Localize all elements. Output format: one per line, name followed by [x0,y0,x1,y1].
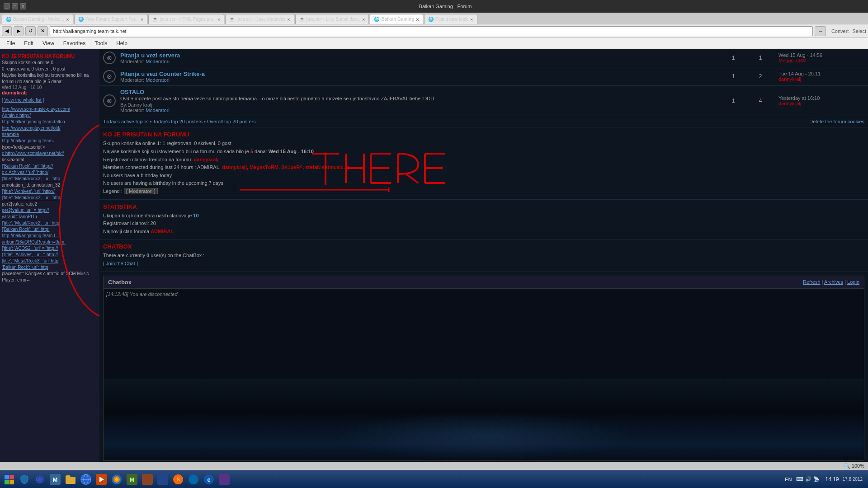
tab-6[interactable]: 🌐 Post a new topic × [424,14,477,24]
forum-last-user-0[interactable]: MegasToRM [778,58,864,63]
sidebar-link-0[interactable]: http://www.scm-music-player.com/ [2,106,98,113]
taskbar-icon-folder[interactable] [63,472,78,487]
footer-delete-cookies[interactable]: Delete the forum cookies [809,119,864,124]
sidebar-link-4[interactable]: #sample [2,131,98,138]
forum-last-user-1[interactable]: dannykralj [778,76,864,82]
taskbar-icon-audio[interactable] [33,472,47,487]
forum-info-0: Pitanja u vezi servera Moderator: Modera… [120,52,720,64]
sidebar-link-19[interactable]: ['Balkan Rock'; 'url' http: [2,226,98,233]
tab-3[interactable]: ☕ java scr - Java Madness × [225,14,294,24]
tray-network-icon[interactable]: 📡 [813,476,820,482]
sidebar-link-17[interactable]: yara.id=TanoPU ) [2,214,98,220]
tab-0[interactable]: 🌐 Balkan Gaming - Welco... × [2,14,73,24]
taskbar-icon-app2[interactable]: M [125,472,139,487]
sidebar-link-24[interactable]: [title': 'Metal/Rock3', 'url' http [2,258,98,264]
sidebar-link-12: annotation_id: annotation_32 [2,183,60,188]
sidebar-link-13[interactable]: ['title': 'Achives', 'url' 'http:// [2,188,98,195]
forum-moderator-link-2[interactable]: Moderatori [146,108,170,113]
tab-close-1[interactable]: × [141,17,143,22]
sidebar-link-6: type='text/javascript'> [2,145,45,150]
chatbox-archives-link[interactable]: Archives [824,279,843,285]
tab-2[interactable]: ☕ java scr - HTML Pages an... × [148,14,224,24]
maximize-btn[interactable]: □ [12,3,18,9]
tab-close-0[interactable]: × [66,17,69,22]
forum-title-0[interactable]: Pitanja u vezi servera [120,52,720,59]
forum-last-user-2[interactable]: dannykralj [778,101,864,106]
svg-point-32 [115,478,118,481]
select-label[interactable]: Select [852,28,866,34]
forum-moderator-link-0[interactable]: Moderatori [146,59,170,64]
tab-close-6[interactable]: × [470,17,473,22]
go-button[interactable]: → [815,26,826,36]
chatbox-login-link[interactable]: Login [847,279,859,285]
convert-label[interactable]: Convert [831,28,849,34]
taskbar-icon-app1[interactable]: M [48,472,62,487]
taskbar-start[interactable] [2,472,16,487]
tab-favicon-1: 🌐 [78,17,84,22]
sidebar-view-list[interactable]: [ View the whole list ] [2,97,98,103]
who-online-reg-text: Registrovani clanovi trenutno na forumu: [103,157,193,162]
menu-view[interactable]: View [38,39,59,47]
forum-title-1[interactable]: Pitanja u vezi Counter Strike-a [120,70,720,77]
taskbar-icon-shield[interactable] [17,472,32,487]
footer-active-topics[interactable]: Today's active topics [103,119,149,124]
refresh-button[interactable]: ↺ [25,26,36,36]
taskbar-icon-app7[interactable] [217,472,231,487]
menu-help[interactable]: Help [112,39,132,47]
close-btn[interactable]: × [20,3,26,9]
stop-button[interactable]: ✕ [38,26,48,36]
tab-5[interactable]: 🌐 Balkan Gaming × [370,14,423,24]
sidebar-link-10[interactable]: c c Achives / 'url' 'http:// [2,169,98,176]
forward-button[interactable]: ▶ [14,26,24,36]
who-online-total: Skupno korisnika online 1: 1 registrovan… [103,140,864,148]
taskbar-icon-media[interactable] [94,472,108,487]
who-online-reg-user[interactable]: dannykralj [194,157,219,162]
sidebar-link-21[interactable]: anbum/16aQRQsReaqIm=0am, [2,239,98,245]
footer-top20-overall[interactable]: Overall top 20 posters [207,119,256,124]
footer-top20-today[interactable]: Today's top 20 posters [153,119,203,124]
chatbox-info-text: There are currently 0 user(s) on the Cha… [103,252,864,260]
sidebar-link-9[interactable]: ['Balkan Rock', 'url' 'http:// [2,163,98,169]
menu-tools[interactable]: Tools [90,39,112,47]
sidebar-link-18[interactable]: ['title': 'Metal/Rock2', 'url' http [2,220,98,226]
menu-favorites[interactable]: Favorites [59,39,90,47]
sidebar-link-7[interactable]: c http://www.scmplayer.net/old/ [2,150,98,157]
sidebar-link-20[interactable]: http://balkangaming.team-t... [2,233,98,239]
sidebar-link-3[interactable]: http://www.scmplayer.net/old/ [2,125,98,131]
svg-point-39 [189,474,198,484]
sidebar-link-22[interactable]: ['title': 'ACOS2', 'url' = 'http:// [2,245,98,252]
taskbar-icon-browser[interactable] [79,472,93,487]
taskbar-icon-app5[interactable]: S [171,472,185,487]
sidebar-link-5[interactable]: http://balkangaming.team- [2,138,98,144]
sidebar-link-14[interactable]: ['title': 'Metal/Rock2', 'url' 'http: [2,195,98,201]
sidebar-link-16[interactable]: per2}value: 'url' = http:// [2,207,98,214]
sidebar-link-25[interactable]: 'Balkan Rock'; 'url'; http [2,264,98,271]
chatbox-refresh-link[interactable]: Refresh [803,279,821,285]
back-button[interactable]: ◀ [2,26,12,36]
forum-moderator-link-1[interactable]: Moderatori [146,77,170,83]
address-bar[interactable] [50,26,813,36]
tab-4[interactable]: ☕ java scr - Like Button Jav... × [295,14,369,24]
minimize-btn[interactable]: _ [4,3,10,9]
taskbar-icon-app6[interactable] [186,472,201,487]
tab-close-4[interactable]: × [362,17,365,22]
tab-close-5[interactable]: × [416,17,419,22]
chatbox-join-btn[interactable]: [ Join the Chat ] [103,261,138,266]
sidebar-link-2[interactable]: http://balkangaming.team-talk.n [2,119,98,125]
tab-close-3[interactable]: × [287,17,290,22]
forum-title-2[interactable]: OSTALO [120,89,720,95]
taskbar-icon-app4[interactable] [156,472,170,487]
menu-edit[interactable]: Edit [19,39,38,47]
tab-close-2[interactable]: × [217,17,220,22]
sidebar-link-11[interactable]: ['title': 'Metal/Rock3', 'url' 'http [2,176,98,182]
statistics-newest-user[interactable]: ADMIRAL [151,229,174,234]
sidebar-link-1[interactable]: Admin c http:// [2,113,98,119]
sidebar-link-23[interactable]: ('title': 'Achives', 'url' = http:// [2,252,98,258]
tab-1[interactable]: 🌐 Free Forum: Support For... × [74,14,148,24]
taskbar-icon-app3[interactable] [140,472,155,487]
who-online-birthday-upcoming: No users are having a birthday in the up… [103,179,864,188]
menu-file[interactable]: File [2,39,19,47]
taskbar-icon-firefox[interactable] [109,472,124,487]
taskbar-icon-ie[interactable]: e [202,472,216,487]
tray-volume-icon[interactable]: 🔊 [805,476,811,482]
